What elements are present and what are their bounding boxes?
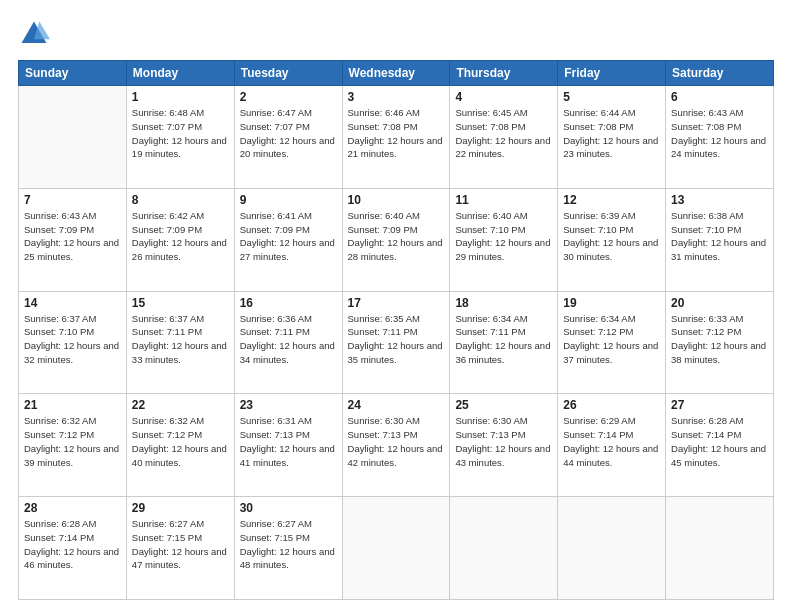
day-info: Sunrise: 6:46 AMSunset: 7:08 PMDaylight:… [348,106,445,161]
day-number: 9 [240,193,337,207]
calendar-cell [558,497,666,600]
calendar-cell: 3Sunrise: 6:46 AMSunset: 7:08 PMDaylight… [342,86,450,189]
day-number: 30 [240,501,337,515]
day-info: Sunrise: 6:27 AMSunset: 7:15 PMDaylight:… [240,517,337,572]
calendar-cell: 13Sunrise: 6:38 AMSunset: 7:10 PMDayligh… [666,188,774,291]
calendar-week-row: 28Sunrise: 6:28 AMSunset: 7:14 PMDayligh… [19,497,774,600]
day-number: 17 [348,296,445,310]
calendar-cell: 1Sunrise: 6:48 AMSunset: 7:07 PMDaylight… [126,86,234,189]
calendar-cell: 8Sunrise: 6:42 AMSunset: 7:09 PMDaylight… [126,188,234,291]
day-info: Sunrise: 6:45 AMSunset: 7:08 PMDaylight:… [455,106,552,161]
day-info: Sunrise: 6:28 AMSunset: 7:14 PMDaylight:… [24,517,121,572]
calendar-cell: 27Sunrise: 6:28 AMSunset: 7:14 PMDayligh… [666,394,774,497]
day-number: 18 [455,296,552,310]
calendar-cell: 11Sunrise: 6:40 AMSunset: 7:10 PMDayligh… [450,188,558,291]
calendar-cell: 9Sunrise: 6:41 AMSunset: 7:09 PMDaylight… [234,188,342,291]
calendar-cell: 20Sunrise: 6:33 AMSunset: 7:12 PMDayligh… [666,291,774,394]
calendar-table: SundayMondayTuesdayWednesdayThursdayFrid… [18,60,774,600]
day-info: Sunrise: 6:31 AMSunset: 7:13 PMDaylight:… [240,414,337,469]
day-info: Sunrise: 6:35 AMSunset: 7:11 PMDaylight:… [348,312,445,367]
day-info: Sunrise: 6:29 AMSunset: 7:14 PMDaylight:… [563,414,660,469]
calendar-cell: 2Sunrise: 6:47 AMSunset: 7:07 PMDaylight… [234,86,342,189]
calendar-cell: 19Sunrise: 6:34 AMSunset: 7:12 PMDayligh… [558,291,666,394]
calendar-cell: 23Sunrise: 6:31 AMSunset: 7:13 PMDayligh… [234,394,342,497]
calendar-cell: 16Sunrise: 6:36 AMSunset: 7:11 PMDayligh… [234,291,342,394]
day-info: Sunrise: 6:28 AMSunset: 7:14 PMDaylight:… [671,414,768,469]
day-number: 15 [132,296,229,310]
calendar-cell: 10Sunrise: 6:40 AMSunset: 7:09 PMDayligh… [342,188,450,291]
day-number: 8 [132,193,229,207]
day-number: 5 [563,90,660,104]
calendar-cell: 24Sunrise: 6:30 AMSunset: 7:13 PMDayligh… [342,394,450,497]
calendar-cell: 7Sunrise: 6:43 AMSunset: 7:09 PMDaylight… [19,188,127,291]
day-info: Sunrise: 6:32 AMSunset: 7:12 PMDaylight:… [24,414,121,469]
calendar-cell: 29Sunrise: 6:27 AMSunset: 7:15 PMDayligh… [126,497,234,600]
day-number: 22 [132,398,229,412]
header [18,18,774,50]
day-info: Sunrise: 6:40 AMSunset: 7:09 PMDaylight:… [348,209,445,264]
day-number: 13 [671,193,768,207]
weekday-header-friday: Friday [558,61,666,86]
calendar-cell: 15Sunrise: 6:37 AMSunset: 7:11 PMDayligh… [126,291,234,394]
day-info: Sunrise: 6:27 AMSunset: 7:15 PMDaylight:… [132,517,229,572]
day-info: Sunrise: 6:37 AMSunset: 7:11 PMDaylight:… [132,312,229,367]
calendar-cell: 22Sunrise: 6:32 AMSunset: 7:12 PMDayligh… [126,394,234,497]
day-info: Sunrise: 6:30 AMSunset: 7:13 PMDaylight:… [348,414,445,469]
day-info: Sunrise: 6:42 AMSunset: 7:09 PMDaylight:… [132,209,229,264]
day-number: 7 [24,193,121,207]
day-number: 26 [563,398,660,412]
logo [18,18,54,50]
day-number: 3 [348,90,445,104]
calendar-cell: 30Sunrise: 6:27 AMSunset: 7:15 PMDayligh… [234,497,342,600]
page: SundayMondayTuesdayWednesdayThursdayFrid… [0,0,792,612]
day-info: Sunrise: 6:34 AMSunset: 7:11 PMDaylight:… [455,312,552,367]
day-number: 24 [348,398,445,412]
calendar-cell: 25Sunrise: 6:30 AMSunset: 7:13 PMDayligh… [450,394,558,497]
calendar-cell: 21Sunrise: 6:32 AMSunset: 7:12 PMDayligh… [19,394,127,497]
weekday-header-row: SundayMondayTuesdayWednesdayThursdayFrid… [19,61,774,86]
day-info: Sunrise: 6:48 AMSunset: 7:07 PMDaylight:… [132,106,229,161]
day-info: Sunrise: 6:36 AMSunset: 7:11 PMDaylight:… [240,312,337,367]
day-info: Sunrise: 6:39 AMSunset: 7:10 PMDaylight:… [563,209,660,264]
day-info: Sunrise: 6:30 AMSunset: 7:13 PMDaylight:… [455,414,552,469]
day-number: 12 [563,193,660,207]
day-number: 25 [455,398,552,412]
calendar-cell: 6Sunrise: 6:43 AMSunset: 7:08 PMDaylight… [666,86,774,189]
calendar-week-row: 14Sunrise: 6:37 AMSunset: 7:10 PMDayligh… [19,291,774,394]
day-info: Sunrise: 6:37 AMSunset: 7:10 PMDaylight:… [24,312,121,367]
calendar-cell [450,497,558,600]
day-number: 27 [671,398,768,412]
day-info: Sunrise: 6:47 AMSunset: 7:07 PMDaylight:… [240,106,337,161]
day-info: Sunrise: 6:32 AMSunset: 7:12 PMDaylight:… [132,414,229,469]
day-number: 28 [24,501,121,515]
weekday-header-thursday: Thursday [450,61,558,86]
day-number: 20 [671,296,768,310]
calendar-cell: 17Sunrise: 6:35 AMSunset: 7:11 PMDayligh… [342,291,450,394]
calendar-cell: 14Sunrise: 6:37 AMSunset: 7:10 PMDayligh… [19,291,127,394]
calendar-cell: 18Sunrise: 6:34 AMSunset: 7:11 PMDayligh… [450,291,558,394]
day-info: Sunrise: 6:40 AMSunset: 7:10 PMDaylight:… [455,209,552,264]
calendar-cell [666,497,774,600]
calendar-cell [342,497,450,600]
calendar-cell: 12Sunrise: 6:39 AMSunset: 7:10 PMDayligh… [558,188,666,291]
calendar-cell: 28Sunrise: 6:28 AMSunset: 7:14 PMDayligh… [19,497,127,600]
day-number: 10 [348,193,445,207]
weekday-header-wednesday: Wednesday [342,61,450,86]
day-number: 19 [563,296,660,310]
day-number: 11 [455,193,552,207]
weekday-header-sunday: Sunday [19,61,127,86]
day-number: 29 [132,501,229,515]
calendar-week-row: 7Sunrise: 6:43 AMSunset: 7:09 PMDaylight… [19,188,774,291]
day-number: 23 [240,398,337,412]
day-info: Sunrise: 6:43 AMSunset: 7:08 PMDaylight:… [671,106,768,161]
day-number: 4 [455,90,552,104]
weekday-header-tuesday: Tuesday [234,61,342,86]
day-number: 6 [671,90,768,104]
day-number: 1 [132,90,229,104]
day-number: 14 [24,296,121,310]
day-info: Sunrise: 6:34 AMSunset: 7:12 PMDaylight:… [563,312,660,367]
calendar-week-row: 1Sunrise: 6:48 AMSunset: 7:07 PMDaylight… [19,86,774,189]
day-number: 2 [240,90,337,104]
day-info: Sunrise: 6:38 AMSunset: 7:10 PMDaylight:… [671,209,768,264]
day-info: Sunrise: 6:33 AMSunset: 7:12 PMDaylight:… [671,312,768,367]
